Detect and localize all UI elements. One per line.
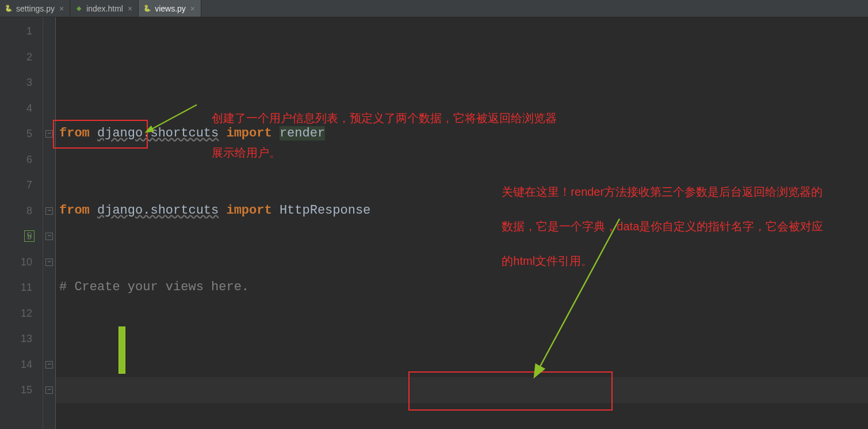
fold-toggle[interactable]: −: [45, 361, 53, 369]
fold-toggle[interactable]: −: [45, 259, 53, 266]
tab-index-html[interactable]: ◆ index.html ×: [70, 0, 139, 17]
line-num: 15: [0, 377, 32, 403]
fold-toggle[interactable]: −: [45, 130, 53, 138]
fold-toggle[interactable]: −: [45, 207, 53, 215]
line-num: 7: [0, 172, 32, 198]
close-icon[interactable]: ×: [58, 4, 65, 13]
fold-toggle[interactable]: −: [45, 386, 53, 394]
tab-label: views.py: [155, 4, 186, 13]
code-line[interactable]: # Create your views here.: [59, 275, 868, 301]
tab-settings[interactable]: 🐍 settings.py ×: [0, 0, 70, 17]
fold-column: − − − − − −: [43, 17, 56, 429]
editor[interactable]: 1 2 3 4 5 6 7 8 9 10 11 12 13 14 15 h − …: [0, 17, 868, 429]
close-icon[interactable]: ×: [189, 4, 196, 13]
code-line[interactable]: [59, 352, 868, 378]
line-num: 10: [0, 249, 32, 275]
line-num: 12: [0, 301, 32, 327]
tab-label: settings.py: [16, 4, 55, 13]
html-icon: ◆: [75, 5, 83, 13]
tab-label: index.html: [86, 4, 123, 13]
annotation-rect: [408, 371, 613, 411]
code-area[interactable]: from django.shortcuts import render from…: [56, 17, 868, 429]
line-num: 6: [0, 147, 32, 173]
fold-toggle[interactable]: −: [45, 233, 53, 240]
line-num: 1: [0, 18, 32, 44]
line-num: 13: [0, 326, 32, 352]
line-num: 4: [0, 96, 32, 122]
gutter: 1 2 3 4 5 6 7 8 9 10 11 12 13 14 15 h: [0, 17, 43, 429]
close-icon[interactable]: ×: [127, 4, 133, 13]
annotation-text: 关键在这里！render方法接收第三个参数是后台返回给浏览器的 数据，它是一个字…: [483, 166, 823, 287]
line-num: 3: [0, 70, 32, 96]
python-icon: 🐍: [5, 5, 13, 13]
line-num: 11: [0, 275, 32, 301]
template-file-icon[interactable]: h: [24, 230, 35, 242]
line-num: 14: [0, 352, 32, 378]
tab-bar: 🐍 settings.py × ◆ index.html × 🐍 views.p…: [0, 0, 868, 17]
code-line[interactable]: from django.shortcuts import HttpRespons…: [59, 198, 868, 224]
tab-views-py[interactable]: 🐍 views.py ×: [139, 0, 201, 17]
python-icon: 🐍: [143, 5, 151, 13]
line-num: 8: [0, 198, 32, 224]
line-num: 2: [0, 44, 32, 70]
change-marker: [119, 327, 125, 373]
code-line[interactable]: from django.shortcuts import render: [59, 121, 868, 147]
line-num: 5: [0, 121, 32, 147]
